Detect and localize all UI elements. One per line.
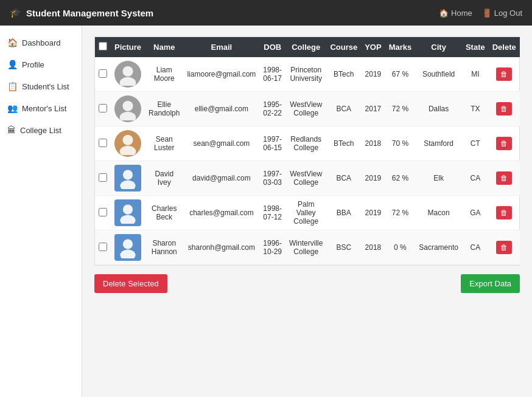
sidebar-label-profile: Profile bbox=[22, 60, 44, 69]
delete-row-button[interactable]: 🗑 bbox=[496, 102, 512, 116]
cell-delete: 🗑 bbox=[489, 92, 520, 126]
sidebar-item-mentors[interactable]: 👥 Mentor's List bbox=[0, 97, 82, 119]
cell-email: ellie@gmail.com bbox=[183, 92, 259, 126]
mortarboard-icon: 🎓 bbox=[10, 7, 21, 18]
svg-point-2 bbox=[122, 101, 133, 111]
svg-point-7 bbox=[120, 181, 135, 189]
cell-delete: 🗑 bbox=[489, 161, 520, 196]
svg-point-11 bbox=[120, 250, 135, 258]
cell-city: Southfield bbox=[415, 57, 462, 92]
cell-city: Dallas bbox=[415, 92, 462, 126]
svg-point-8 bbox=[123, 205, 133, 215]
cell-delete: 🗑 bbox=[489, 126, 520, 161]
col-state: State bbox=[462, 37, 489, 57]
cell-picture bbox=[111, 126, 145, 161]
row-checkbox-cell bbox=[95, 196, 111, 230]
cell-state: CA bbox=[462, 230, 489, 265]
navbar: 🎓 Student Management System 🏠 Home 🚪 Log… bbox=[0, 0, 532, 26]
college-icon: 🏛 bbox=[7, 125, 16, 135]
dashboard-icon: 🏠 bbox=[7, 38, 18, 47]
svg-point-0 bbox=[122, 66, 133, 77]
cell-name: Liam Moore bbox=[145, 57, 183, 92]
sidebar-label-dashboard: Dashboard bbox=[22, 38, 61, 47]
col-course: Course bbox=[326, 37, 361, 57]
row-checkbox-3[interactable] bbox=[99, 139, 107, 147]
layout: 🏠 Dashboard 👤 Profile 📋 Student's List 👥… bbox=[0, 26, 532, 397]
row-checkbox-cell bbox=[95, 126, 111, 161]
table-row: Sean Luster sean@gmail.com 1997-06-15 Re… bbox=[95, 126, 520, 161]
col-email: Email bbox=[183, 37, 259, 57]
students-table: Picture Name Email DOB College Course YO… bbox=[95, 37, 520, 265]
cell-name: Ellie Randolph bbox=[145, 92, 183, 126]
cell-picture bbox=[111, 196, 145, 230]
delete-row-button[interactable]: 🗑 bbox=[496, 206, 512, 219]
cell-college: WestView College bbox=[285, 161, 326, 196]
table-header-row: Picture Name Email DOB College Course YO… bbox=[95, 37, 520, 57]
navbar-right: 🏠 Home 🚪 Log Out bbox=[439, 9, 522, 18]
row-checkbox-6[interactable] bbox=[99, 243, 107, 251]
cell-delete: 🗑 bbox=[489, 57, 520, 92]
mentors-icon: 👥 bbox=[7, 103, 18, 113]
cell-college: Redlands College bbox=[285, 126, 326, 161]
row-checkbox-1[interactable] bbox=[99, 69, 107, 78]
delete-row-button[interactable]: 🗑 bbox=[496, 241, 512, 254]
delete-row-button[interactable]: 🗑 bbox=[496, 171, 512, 185]
cell-course: BBA bbox=[326, 196, 361, 230]
app-title: Student Management System bbox=[26, 8, 153, 18]
svg-point-4 bbox=[122, 135, 133, 145]
cell-state: CA bbox=[462, 161, 489, 196]
cell-picture bbox=[111, 92, 145, 126]
table-row: Liam Moore liamoore@gmail.com 1998-06-17… bbox=[95, 57, 520, 92]
cell-marks: 0 % bbox=[385, 230, 416, 265]
main-content: Picture Name Email DOB College Course YO… bbox=[82, 26, 532, 397]
cell-course: BTech bbox=[326, 126, 361, 161]
home-link[interactable]: 🏠 Home bbox=[439, 9, 472, 18]
col-yop: YOP bbox=[361, 37, 385, 57]
row-checkbox-5[interactable] bbox=[99, 208, 107, 216]
sidebar-item-students[interactable]: 📋 Student's List bbox=[0, 75, 82, 97]
table-row: Charles Beck charles@gmail.com 1998-07-1… bbox=[95, 196, 520, 230]
table-row: David Ivey david@gmail.com 1997-03-03 We… bbox=[95, 161, 520, 196]
cell-picture bbox=[111, 230, 145, 265]
cell-dob: 1997-03-03 bbox=[259, 161, 285, 196]
cell-yop: 2019 bbox=[361, 196, 385, 230]
cell-name: David Ivey bbox=[145, 161, 183, 196]
cell-name: Sharon Hannon bbox=[145, 230, 183, 265]
sidebar-label-students: Student's List bbox=[22, 82, 69, 91]
cell-state: CT bbox=[462, 126, 489, 161]
cell-city: Elk bbox=[415, 161, 462, 196]
cell-email: sean@gmail.com bbox=[183, 126, 259, 161]
delete-row-button[interactable]: 🗑 bbox=[496, 67, 512, 81]
cell-dob: 1997-06-15 bbox=[259, 126, 285, 161]
cell-marks: 70 % bbox=[385, 126, 416, 161]
logout-icon: 🚪 bbox=[482, 9, 492, 18]
cell-marks: 67 % bbox=[385, 57, 416, 92]
sidebar-item-college[interactable]: 🏛 College List bbox=[0, 119, 82, 141]
app-brand: 🎓 Student Management System bbox=[10, 7, 153, 18]
sidebar-item-dashboard[interactable]: 🏠 Dashboard bbox=[0, 32, 82, 54]
col-delete: Delete bbox=[489, 37, 520, 57]
row-checkbox-2[interactable] bbox=[99, 104, 107, 112]
cell-yop: 2017 bbox=[361, 92, 385, 126]
sidebar-label-college: College List bbox=[20, 126, 61, 135]
row-checkbox-cell bbox=[95, 92, 111, 126]
cell-picture bbox=[111, 161, 145, 196]
cell-city: Stamford bbox=[415, 126, 462, 161]
row-checkbox-4[interactable] bbox=[99, 173, 107, 182]
cell-dob: 1995-02-22 bbox=[259, 92, 285, 126]
logout-link[interactable]: 🚪 Log Out bbox=[482, 9, 522, 18]
cell-marks: 72 % bbox=[385, 196, 416, 230]
sidebar-item-profile[interactable]: 👤 Profile bbox=[0, 54, 82, 75]
cell-email: sharonh@gmail.com bbox=[183, 230, 259, 265]
select-all-header bbox=[95, 37, 111, 57]
svg-point-5 bbox=[120, 146, 136, 155]
delete-row-button[interactable]: 🗑 bbox=[496, 137, 512, 150]
cell-dob: 1998-07-12 bbox=[259, 196, 285, 230]
delete-selected-button[interactable]: Delete Selected bbox=[94, 274, 167, 293]
export-data-button[interactable]: Export Data bbox=[461, 274, 520, 293]
select-all-checkbox[interactable] bbox=[99, 42, 107, 50]
svg-point-3 bbox=[120, 112, 136, 120]
sidebar: 🏠 Dashboard 👤 Profile 📋 Student's List 👥… bbox=[0, 26, 82, 397]
cell-name: Sean Luster bbox=[145, 126, 183, 161]
cell-course: BCA bbox=[326, 161, 361, 196]
